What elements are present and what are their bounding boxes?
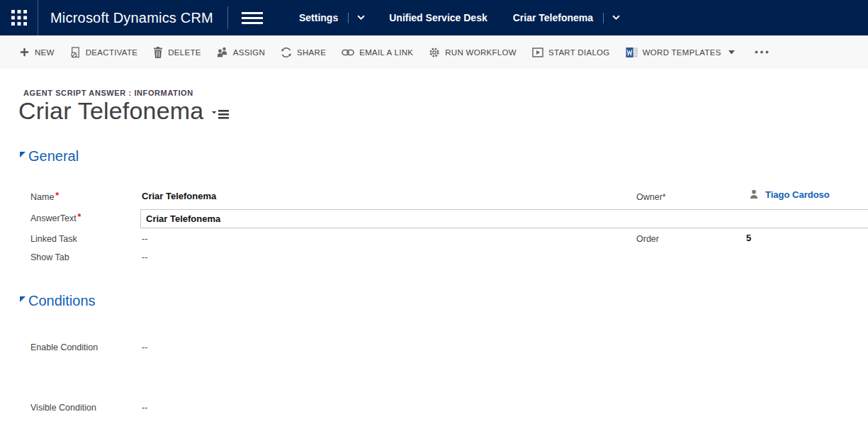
settings-dropdown-button[interactable] xyxy=(349,0,373,35)
page-title: Criar Telefonema xyxy=(18,97,229,125)
nav-item-label: Settings xyxy=(299,12,338,23)
command-label: START DIALOG xyxy=(548,48,610,57)
email-a-link-button[interactable]: EMAIL A LINK xyxy=(334,35,421,69)
word-icon xyxy=(626,47,638,58)
answertext-input[interactable] xyxy=(140,209,868,228)
more-commands-button[interactable] xyxy=(747,35,777,69)
owner-link[interactable]: Tiago Cardoso xyxy=(765,189,830,200)
required-marker: * xyxy=(55,191,59,201)
linked-task-field-label: Linked Task xyxy=(30,233,77,245)
hamburger-icon xyxy=(242,12,263,24)
section-title: General xyxy=(28,148,79,165)
nav-item-label: Criar Telefonema xyxy=(513,12,593,23)
name-field-value[interactable]: Criar Telefonema xyxy=(142,191,216,202)
delete-button[interactable]: DELETE xyxy=(145,35,209,69)
new-button[interactable]: NEW xyxy=(11,35,62,69)
assign-icon xyxy=(217,47,228,58)
section-header-general[interactable]: General xyxy=(20,148,79,165)
owner-field-value: Tiago Cardoso xyxy=(748,189,830,200)
page-title-text: Criar Telefonema xyxy=(18,97,203,125)
nav-item-label: Unified Service Desk xyxy=(389,12,487,23)
nav-item-settings[interactable]: Settings xyxy=(289,0,348,35)
command-label: NEW xyxy=(35,48,55,57)
required-marker: * xyxy=(663,192,666,202)
chevron-down-icon xyxy=(728,50,735,55)
linked-task-field-value[interactable]: -- xyxy=(142,233,147,245)
show-tab-field-label: Show Tab xyxy=(30,252,69,263)
collapse-triangle-icon xyxy=(20,296,26,302)
app-launcher-button[interactable] xyxy=(0,0,38,35)
record-type-caption: AGENT SCRIPT ANSWER : INFORMATION xyxy=(23,89,193,97)
command-label: RUN WORKFLOW xyxy=(445,48,517,57)
chevron-down-icon xyxy=(357,15,365,21)
person-icon xyxy=(748,189,760,200)
collapse-triangle-icon xyxy=(20,152,26,157)
breadcrumb: Settings Unified Service Desk Criar Tele… xyxy=(276,0,629,35)
chevron-down-icon xyxy=(612,15,620,21)
deactivate-icon xyxy=(70,47,81,58)
command-bar: NEW DEACTIVATE DELETE ASSIGN xyxy=(0,35,868,69)
enable-condition-field-label: Enable Condition xyxy=(30,342,98,353)
brand-title: Microsoft Dynamics CRM xyxy=(38,0,227,35)
command-label: DELETE xyxy=(168,48,201,57)
enable-condition-field-value[interactable]: -- xyxy=(142,342,147,353)
trash-icon xyxy=(153,47,163,58)
deactivate-button[interactable]: DEACTIVATE xyxy=(62,35,146,69)
form-selector-icon[interactable] xyxy=(212,109,229,120)
visible-condition-field-value[interactable]: -- xyxy=(142,402,147,413)
command-label: WORD TEMPLATES xyxy=(643,48,721,57)
section-header-conditions[interactable]: Conditions xyxy=(20,293,96,309)
start-dialog-button[interactable]: START DIALOG xyxy=(524,35,618,69)
command-label: DEACTIVATE xyxy=(86,48,138,57)
order-field-value[interactable]: 5 xyxy=(746,233,751,244)
required-marker: * xyxy=(78,212,81,222)
assign-button[interactable]: ASSIGN xyxy=(209,35,273,69)
command-label: EMAIL A LINK xyxy=(359,48,413,57)
show-tab-field-value[interactable]: -- xyxy=(142,252,147,263)
record-dropdown-button[interactable] xyxy=(604,0,629,35)
workflow-icon xyxy=(429,47,440,58)
owner-field-label: Owner* xyxy=(636,191,666,203)
nav-item-criar-telefonema[interactable]: Criar Telefonema xyxy=(503,0,603,35)
plus-icon xyxy=(19,47,30,57)
section-title: Conditions xyxy=(28,293,96,309)
share-button[interactable]: SHARE xyxy=(273,35,334,69)
nav-item-unified-service-desk[interactable]: Unified Service Desk xyxy=(379,0,497,35)
start-dialog-icon xyxy=(532,48,543,57)
word-templates-button[interactable]: WORD TEMPLATES xyxy=(618,35,743,69)
ellipsis-icon xyxy=(755,50,769,54)
top-navigation-bar: Microsoft Dynamics CRM Settings Unified … xyxy=(0,0,868,35)
share-icon xyxy=(281,47,292,58)
run-workflow-button[interactable]: RUN WORKFLOW xyxy=(421,35,524,69)
form-body: AGENT SCRIPT ANSWER : INFORMATION Criar … xyxy=(0,69,868,446)
site-map-menu-button[interactable] xyxy=(228,0,276,35)
link-icon xyxy=(342,48,354,57)
visible-condition-field-label: Visible Condition xyxy=(30,402,96,413)
waffle-icon xyxy=(11,10,27,26)
order-field-label: Order xyxy=(636,233,659,245)
command-label: ASSIGN xyxy=(233,48,265,57)
name-field-label: Name* xyxy=(30,191,59,203)
answertext-field-label: AnswerText* xyxy=(30,213,81,224)
command-label: SHARE xyxy=(297,48,326,57)
